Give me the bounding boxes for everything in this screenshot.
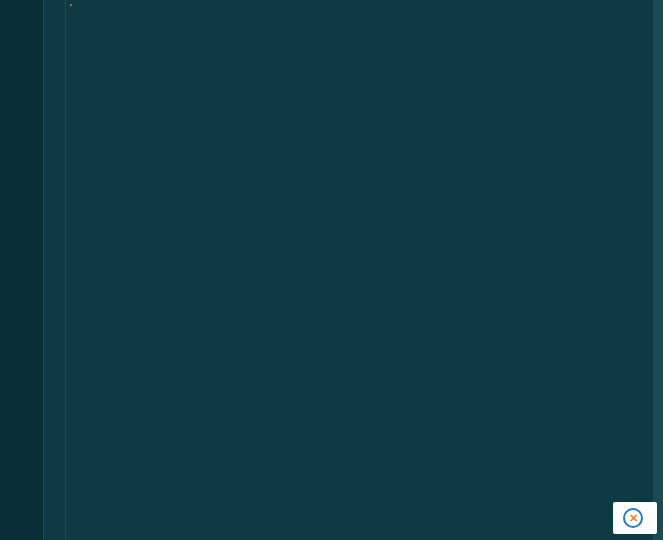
watermark-logo-icon — [623, 508, 643, 528]
watermark-badge — [613, 502, 657, 534]
line-number-gutter — [0, 0, 44, 540]
code-area[interactable] — [66, 0, 663, 540]
code-editor[interactable] — [0, 0, 663, 540]
vertical-scrollbar[interactable] — [653, 0, 663, 540]
red-highlight-box — [70, 4, 72, 6]
fold-gutter — [44, 0, 66, 540]
